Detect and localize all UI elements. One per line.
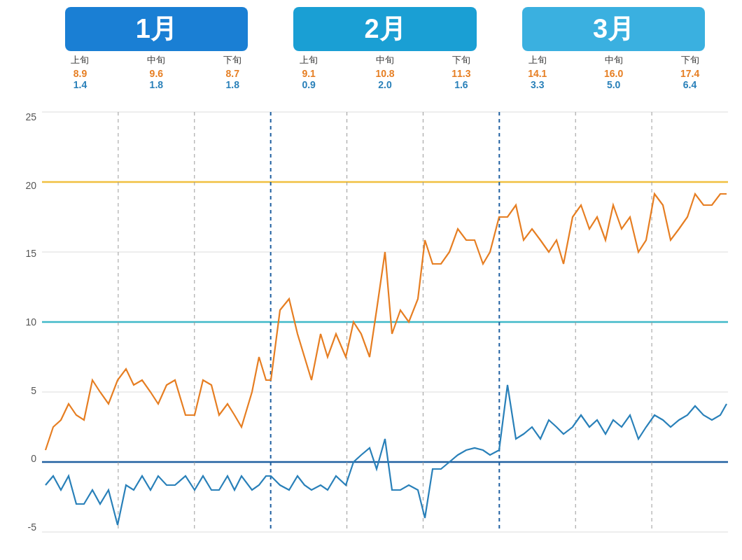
decade-jan-upper-blue: 1.4 [74,79,87,90]
decade-jan-upper: 上旬 8.9 1.4 [42,54,118,90]
y-axis: 25 20 15 10 5 0 -5 [0,112,42,532]
decade-feb-lower-blue: 1.6 [454,79,468,90]
month-3-label: 3月 [522,7,705,51]
decade-feb-mid-name: 中旬 [376,54,394,66]
decade-mar-upper-orange: 14.1 [528,68,547,79]
chart-area [42,112,728,532]
decade-mar-lower-blue: 6.4 [683,79,696,90]
decade-feb-mid-orange: 10.8 [375,68,394,79]
decade-jan-mid-name: 中旬 [147,54,165,66]
decade-mar-lower-name: 下旬 [681,54,699,66]
decade-mar-mid: 中旬 16.0 5.0 [575,54,652,90]
y-label-15: 15 [0,248,42,258]
month-3-block: 3月 上旬 14.1 3.3 中旬 16.0 5.0 下旬 17.4 6.4 [499,7,728,90]
decade-feb-lower: 下旬 11.3 1.6 [423,54,499,90]
decade-feb-lower-name: 下旬 [452,54,470,66]
y-label-neg5: -5 [0,522,42,532]
decade-jan-lower-blue: 1.8 [225,79,239,90]
decade-jan-lower-orange: 8.7 [225,68,239,79]
decade-jan-upper-name: 上旬 [71,54,89,66]
chart-container: 25 20 15 10 5 0 -5 1月 上旬 8.9 1.4 中旬 9.6 … [0,0,742,560]
month-1-block: 1月 上旬 8.9 1.4 中旬 9.6 1.8 下旬 8.7 1.8 [42,7,271,90]
blue-line [46,385,727,525]
decade-feb-mid-blue: 2.0 [378,79,391,90]
header-row: 1月 上旬 8.9 1.4 中旬 9.6 1.8 下旬 8.7 1.8 [42,7,728,90]
decade-feb-upper: 上旬 9.1 0.9 [271,54,347,90]
decade-mar-lower: 下旬 17.4 6.4 [652,54,728,90]
month-3-decades: 上旬 14.1 3.3 中旬 16.0 5.0 下旬 17.4 6.4 [499,54,728,90]
decade-feb-upper-name: 上旬 [300,54,318,66]
y-label-20: 20 [0,181,42,190]
decade-mar-mid-name: 中旬 [605,54,623,66]
y-label-10: 10 [0,317,42,327]
decade-jan-upper-orange: 8.9 [74,68,87,79]
decade-mar-lower-orange: 17.4 [680,68,699,79]
month-1-label: 1月 [65,7,248,51]
month-1-decades: 上旬 8.9 1.4 中旬 9.6 1.8 下旬 8.7 1.8 [42,54,271,90]
decade-mar-mid-orange: 16.0 [604,68,623,79]
decade-feb-upper-orange: 9.1 [302,68,315,79]
decade-feb-upper-blue: 0.9 [302,79,315,90]
month-2-block: 2月 上旬 9.1 0.9 中旬 10.8 2.0 下旬 11.3 1.6 [271,7,500,90]
decade-jan-mid-blue: 1.8 [150,79,163,90]
decade-feb-lower-orange: 11.3 [451,68,470,79]
decade-mar-upper-name: 上旬 [528,54,547,66]
decade-mar-upper: 上旬 14.1 3.3 [499,54,575,90]
decade-jan-mid: 中旬 9.6 1.8 [118,54,195,90]
month-2-decades: 上旬 9.1 0.9 中旬 10.8 2.0 下旬 11.3 1.6 [271,54,500,90]
decade-mar-upper-blue: 3.3 [531,79,544,90]
y-label-0: 0 [0,454,42,463]
decade-jan-lower-name: 下旬 [223,54,241,66]
y-label-5: 5 [0,386,42,396]
decade-jan-lower: 下旬 8.7 1.8 [195,54,271,90]
chart-svg [42,112,728,532]
month-2-label: 2月 [293,7,476,51]
decade-jan-mid-orange: 9.6 [150,68,163,79]
decade-feb-mid: 中旬 10.8 2.0 [347,54,424,90]
decade-mar-mid-blue: 5.0 [607,79,620,90]
y-label-25: 25 [0,112,42,122]
